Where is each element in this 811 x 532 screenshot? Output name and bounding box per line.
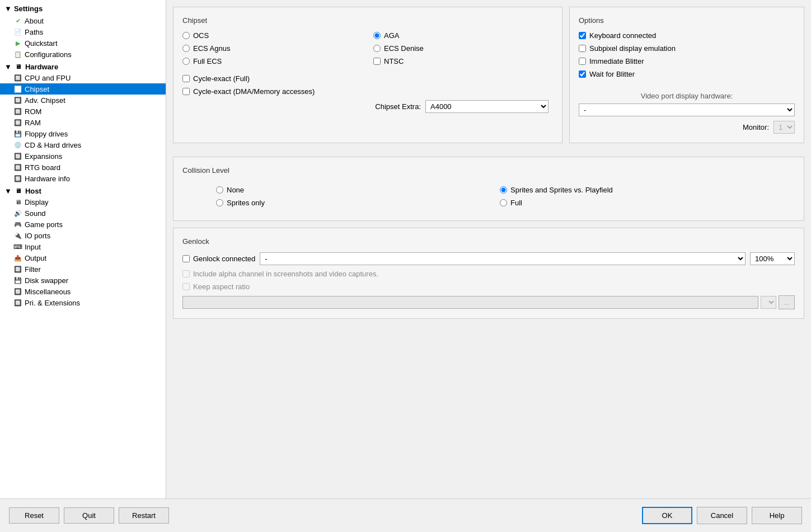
col-sprites-sprites-radio[interactable] bbox=[500, 186, 507, 194]
genlock-panel: Genlock Genlock connected - 100% 75% 50%… bbox=[173, 228, 804, 319]
radio-sprites-sprites: Sprites and Sprites vs. Playfield bbox=[500, 186, 761, 194]
disk-swapper-label: Disk swapper bbox=[25, 276, 68, 285]
monitor-row: Monitor: 1 bbox=[579, 121, 795, 134]
game-ports-icon: 🎮 bbox=[13, 220, 22, 229]
bottom-left-buttons: Reset Quit Restart bbox=[9, 507, 169, 524]
genlock-connected-checkbox[interactable] bbox=[182, 255, 190, 262]
genlock-connected-item: Genlock connected bbox=[182, 255, 255, 263]
genlock-connected-row: Genlock connected - 100% 75% 50% 25% bbox=[182, 252, 795, 265]
options-title: Options bbox=[579, 16, 795, 25]
host-label: Host bbox=[25, 187, 41, 195]
radio-ntsc: NTSC bbox=[373, 57, 553, 65]
sidebar-item-cd-hard-drives[interactable]: 💿 CD & Hard drives bbox=[0, 139, 166, 150]
col-full-label: Full bbox=[510, 199, 522, 207]
sidebar-item-miscellaneous[interactable]: 🔲 Miscellaneous bbox=[0, 286, 166, 297]
settings-collapse-icon[interactable]: ▼ bbox=[4, 4, 12, 13]
ram-label: RAM bbox=[25, 119, 41, 127]
filter-label: Filter bbox=[25, 265, 41, 274]
monitor-select[interactable]: 1 bbox=[774, 121, 795, 134]
cycle-exact-full-label: Cycle-exact (Full) bbox=[193, 74, 250, 83]
sidebar-item-display[interactable]: 🖥 Display bbox=[0, 196, 166, 208]
wait-for-blitter-row: Wait for Blitter bbox=[579, 70, 795, 78]
adv-chipset-label: Adv. Chipset bbox=[25, 96, 65, 105]
host-collapse-icon: ▼ bbox=[4, 187, 12, 195]
ocs-radio[interactable] bbox=[182, 32, 190, 39]
sidebar-item-disk-swapper[interactable]: 💾 Disk swapper bbox=[0, 275, 166, 286]
about-icon: ✔ bbox=[13, 16, 22, 25]
cycle-exact-full-row: Cycle-exact (Full) bbox=[182, 74, 553, 83]
cycle-exact-full-checkbox[interactable] bbox=[182, 75, 190, 82]
sidebar-item-output[interactable]: 📤 Output bbox=[0, 252, 166, 263]
video-port-select[interactable]: - bbox=[579, 103, 795, 116]
configurations-label: Configurations bbox=[25, 50, 72, 59]
sidebar-item-configurations[interactable]: 📋 Configurations bbox=[0, 49, 166, 60]
full-ecs-radio[interactable] bbox=[182, 58, 190, 65]
genlock-path-input[interactable] bbox=[182, 296, 758, 309]
bottom-right-buttons: OK Cancel Help bbox=[642, 507, 802, 524]
subpixel-display-checkbox[interactable] bbox=[579, 45, 586, 52]
sidebar-item-filter[interactable]: 🔲 Filter bbox=[0, 263, 166, 275]
col-full-radio[interactable] bbox=[500, 199, 507, 206]
sidebar-group-host[interactable]: ▼ 🖥 Host bbox=[0, 184, 166, 196]
sidebar-item-rom[interactable]: 🔲 ROM bbox=[0, 106, 166, 117]
io-ports-icon: 🔌 bbox=[13, 231, 22, 240]
genlock-path-dropdown[interactable] bbox=[761, 296, 776, 309]
sidebar-item-sound[interactable]: 🔊 Sound bbox=[0, 208, 166, 219]
genlock-browse-button[interactable]: ... bbox=[779, 295, 795, 309]
reset-button[interactable]: Reset bbox=[9, 507, 59, 524]
radio-full: Full bbox=[500, 199, 761, 207]
help-button[interactable]: Help bbox=[752, 507, 802, 524]
sidebar-header: ▼ Settings bbox=[0, 2, 166, 15]
col-none-radio[interactable] bbox=[216, 186, 223, 194]
immediate-blitter-checkbox[interactable] bbox=[579, 58, 586, 65]
sidebar-item-floppy-drives[interactable]: 💾 Floppy drives bbox=[0, 128, 166, 139]
quit-button[interactable]: Quit bbox=[64, 507, 114, 524]
aga-radio[interactable] bbox=[373, 32, 381, 39]
collision-title: Collision Level bbox=[182, 166, 795, 175]
keep-aspect-checkbox[interactable] bbox=[182, 283, 190, 290]
sidebar-item-ram[interactable]: 🔲 RAM bbox=[0, 117, 166, 128]
genlock-source-select[interactable]: - bbox=[260, 252, 746, 265]
sidebar-group-hardware[interactable]: ▼ 🖥 Hardware bbox=[0, 60, 166, 72]
paths-icon: 📄 bbox=[13, 27, 22, 36]
cycle-exact-dma-checkbox[interactable] bbox=[182, 88, 190, 95]
chipset-panel: Chipset OCS AGA ECS Agnus bbox=[173, 7, 562, 143]
keyboard-connected-checkbox[interactable] bbox=[579, 32, 586, 39]
alpha-channel-row: Include alpha channel in screenshots and… bbox=[182, 270, 795, 278]
misc-icon: 🔲 bbox=[13, 287, 22, 296]
sidebar-item-chipset[interactable]: 🔲 Chipset bbox=[0, 83, 166, 95]
genlock-title: Genlock bbox=[182, 237, 795, 246]
sound-icon: 🔊 bbox=[13, 209, 22, 218]
sidebar-item-hardware-info[interactable]: 🔲 Hardware info bbox=[0, 173, 166, 184]
sidebar-item-rtg-board[interactable]: 🔲 RTG board bbox=[0, 162, 166, 173]
chipset-extra-select[interactable]: A4000 A1200 A500 CD32 bbox=[425, 100, 549, 113]
restart-button[interactable]: Restart bbox=[119, 507, 169, 524]
video-port-section: Video port display hardware: - Monitor: … bbox=[579, 92, 795, 134]
output-icon: 📤 bbox=[13, 253, 22, 262]
sidebar-item-quickstart[interactable]: ▶ Quickstart bbox=[0, 37, 166, 49]
sidebar-item-io-ports[interactable]: 🔌 IO ports bbox=[0, 230, 166, 241]
sidebar-item-expansions[interactable]: 🔲 Expansions bbox=[0, 150, 166, 162]
alpha-channel-checkbox[interactable] bbox=[182, 270, 190, 277]
rtg-label: RTG board bbox=[25, 163, 60, 172]
col-sprites-only-radio[interactable] bbox=[216, 199, 223, 206]
ecs-denise-radio[interactable] bbox=[373, 45, 381, 52]
ok-button[interactable]: OK bbox=[642, 507, 692, 524]
sidebar-item-game-ports[interactable]: 🎮 Game ports bbox=[0, 219, 166, 230]
sidebar-item-input[interactable]: ⌨ Input bbox=[0, 241, 166, 252]
sidebar-item-adv-chipset[interactable]: 🔲 Adv. Chipset bbox=[0, 95, 166, 106]
sidebar-item-about[interactable]: ✔ About bbox=[0, 15, 166, 26]
chipset-radio-group: OCS AGA ECS Agnus ECS Denise bbox=[182, 31, 553, 65]
genlock-percent-select[interactable]: 100% 75% 50% 25% bbox=[750, 252, 795, 265]
ntsc-checkbox[interactable] bbox=[373, 58, 381, 65]
sidebar-item-paths[interactable]: 📄 Paths bbox=[0, 26, 166, 37]
display-icon: 🖥 bbox=[13, 197, 22, 206]
cd-icon: 💿 bbox=[13, 140, 22, 149]
rom-label: ROM bbox=[25, 107, 41, 116]
cancel-button[interactable]: Cancel bbox=[697, 507, 747, 524]
sidebar-item-pri-extensions[interactable]: 🔲 Pri. & Extensions bbox=[0, 297, 166, 308]
keep-aspect-row: Keep aspect ratio bbox=[182, 283, 795, 291]
sidebar-item-cpu-fpu[interactable]: 🔲 CPU and FPU bbox=[0, 72, 166, 83]
wait-for-blitter-checkbox[interactable] bbox=[579, 70, 586, 78]
ecs-agnus-radio[interactable] bbox=[182, 45, 190, 52]
